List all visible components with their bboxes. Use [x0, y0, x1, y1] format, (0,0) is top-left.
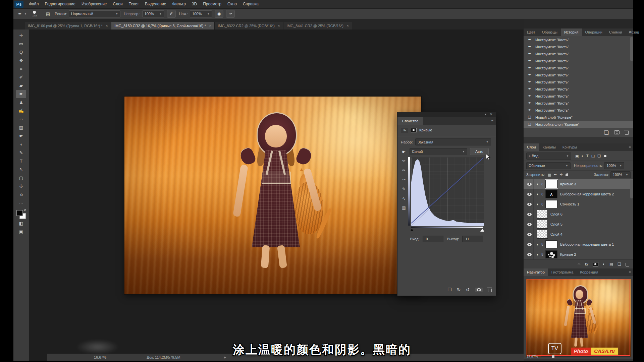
pressure-size-button[interactable]: ✑ — [226, 10, 235, 18]
close-icon[interactable]: ✕ — [278, 24, 280, 27]
smudge-tool[interactable]: ☛ — [16, 132, 26, 140]
layer-visibility-cell[interactable] — [525, 199, 534, 209]
preset-select[interactable]: Заказная ▼ — [415, 138, 491, 145]
new-document-from-state-icon[interactable]: ❏ — [604, 129, 609, 136]
collapse-icons[interactable]: ▾ ✕ — [485, 113, 494, 116]
new-snapshot-icon[interactable] — [614, 130, 620, 134]
curves-histogram-plot[interactable] — [411, 157, 484, 226]
layer-row-4[interactable]: Слой 5 — [524, 219, 633, 229]
properties-panel-header[interactable]: ▾ ✕ — [397, 112, 496, 117]
filter-toggle-icon[interactable] — [604, 155, 606, 157]
history-state-8[interactable]: ✒Инструмент "Кисть" — [524, 93, 633, 100]
add-layer-mask-icon[interactable] — [593, 262, 598, 266]
layer-thumbnail[interactable]: ∧ — [545, 190, 557, 198]
layer-opacity-select[interactable]: 100% ▼ — [604, 162, 624, 169]
layer-filter-select[interactable]: ⌕ Вид ▼ — [526, 153, 571, 160]
channel-select[interactable]: Синий ▼ — [410, 148, 467, 155]
document-tab-3[interactable]: IMG_8441.CR2 @ 25% (RGB/16*)✕ — [283, 22, 352, 29]
lock-all-icon[interactable] — [566, 174, 568, 176]
menu-item-5[interactable]: Выделение — [142, 0, 169, 8]
history-tab-0[interactable]: Цвет — [524, 28, 539, 36]
foreground-color-swatch[interactable] — [16, 210, 23, 216]
lock-position-icon[interactable]: ✛ — [559, 173, 562, 177]
layer-visibility-cell[interactable] — [525, 239, 534, 249]
quick-selection-tool[interactable]: ❖ — [16, 56, 26, 65]
toggle-brush-panel-icon[interactable]: ▤ — [45, 11, 51, 16]
filter-shape-icon[interactable]: ▢ — [591, 154, 595, 158]
layer-row-1[interactable]: ◐8∧Выборочная коррекция цвета 2 — [524, 189, 633, 199]
filter-smart-object-icon[interactable]: ❏ — [597, 154, 601, 158]
layer-row-0[interactable]: ◐8Кривые 3 — [524, 179, 633, 189]
lasso-tool[interactable]: Ϙ — [16, 48, 26, 56]
navigator-tab-0[interactable]: Навигатор — [524, 268, 548, 276]
smooth-curve-icon[interactable]: ∿ — [402, 196, 406, 201]
panel-menu-icon[interactable]: ≡ — [629, 145, 631, 149]
history-state-7[interactable]: ✒Инструмент "Кисть" — [524, 85, 633, 93]
reset-adjustment-icon[interactable]: ↺ — [466, 287, 470, 292]
menu-item-9[interactable]: Окно — [224, 0, 240, 8]
clip-to-layer-icon[interactable]: ❐ — [448, 287, 452, 292]
more-tools[interactable]: ⋯ — [16, 199, 26, 207]
lock-pixels-icon[interactable]: ✒ — [554, 173, 557, 177]
document-tab-1[interactable]: IMG_8159.CR2 @ 16,7% (Кривые 3, Слой-мас… — [111, 22, 215, 29]
layers-tab-0[interactable]: Слои — [524, 143, 539, 151]
layer-visibility-cell[interactable] — [525, 209, 534, 219]
layer-visibility-cell[interactable] — [525, 179, 534, 189]
eyedropper-tool[interactable]: ✐ — [16, 73, 26, 81]
document-tab-2[interactable]: IMG_8322.CR2 @ 25% (RGB/16*)✕ — [215, 22, 283, 29]
menu-item-2[interactable]: Изображение — [78, 0, 110, 8]
clone-stamp-tool[interactable]: ♟ — [16, 98, 26, 107]
filter-adjustment-icon[interactable]: ◐ — [581, 154, 584, 158]
layer-visibility-cell[interactable] — [525, 229, 534, 239]
menu-item-10[interactable]: Справка — [240, 0, 262, 8]
layer-visibility-cell[interactable] — [525, 219, 534, 229]
new-group-icon[interactable]: ▤ — [609, 262, 613, 266]
pen-tool[interactable]: ✎ — [16, 148, 26, 157]
panel-menu-icon[interactable]: ≡ — [629, 30, 631, 34]
panel-menu-icon[interactable]: ≡ — [491, 118, 493, 122]
layer-thumbnail[interactable] — [545, 240, 557, 248]
swap-colors-icon[interactable]: ⇄ — [24, 208, 26, 212]
histogram-toggle-icon[interactable]: ▥ — [402, 205, 406, 210]
history-state-12[interactable]: ❏Настройка слоя "Кривые" — [524, 121, 633, 128]
marquee-tool[interactable]: ▭ — [16, 40, 26, 48]
color-swatches[interactable]: ⇄ — [16, 210, 26, 219]
opacity-select[interactable]: 100% ▼ — [142, 10, 164, 17]
toggle-visibility-tile[interactable] — [475, 288, 483, 292]
layer-row-6[interactable]: ◐8Выборочная коррекция цвета 1 — [524, 239, 633, 249]
menu-item-3[interactable]: Слои — [110, 0, 126, 8]
gray-point-eyedropper-icon[interactable]: ✑ — [402, 168, 406, 173]
path-selection-tool[interactable]: ↖ — [16, 165, 26, 174]
input-value-field[interactable]: 0 — [423, 236, 443, 242]
history-state-0[interactable]: ✒Инструмент "Кисть" — [524, 36, 633, 43]
document-tab-0[interactable]: IMG_8106.psd @ 25% (Группа 1, RGB/16*) *… — [25, 22, 111, 29]
history-state-2[interactable]: ✒Инструмент "Кисть" — [524, 50, 633, 57]
healing-brush-tool[interactable]: ▰ — [16, 81, 26, 90]
move-tool[interactable]: ✛ — [16, 31, 26, 40]
close-icon[interactable]: ✕ — [106, 24, 108, 27]
flow-select[interactable]: 100% ▼ — [190, 10, 212, 17]
layers-tab-1[interactable]: Каналы — [539, 143, 559, 151]
draw-curve-pencil-icon[interactable]: ✎ — [402, 187, 406, 191]
white-point-eyedropper-icon[interactable]: ✑ — [402, 159, 406, 163]
scrollbar[interactable] — [630, 37, 633, 61]
history-tab-3[interactable]: Операции — [582, 28, 606, 36]
history-state-1[interactable]: ✒Инструмент "Кисть" — [524, 43, 633, 50]
view-previous-state-icon[interactable]: ↻ — [457, 287, 461, 292]
layer-thumbnail[interactable] — [545, 200, 557, 208]
delete-layer-icon[interactable] — [626, 263, 629, 266]
crop-tool[interactable]: ⌗ — [16, 65, 26, 73]
history-state-6[interactable]: ✒Инструмент "Кисть" — [524, 78, 633, 85]
layer-thumbnail[interactable] — [545, 180, 557, 188]
history-tab-5[interactable]: Абзац — [626, 28, 643, 36]
brush-tool[interactable]: ✒ — [16, 90, 26, 98]
layer-blend-mode-select[interactable]: Обычные ▼ — [526, 162, 571, 169]
airbrush-button[interactable]: ◉ — [215, 10, 223, 18]
hand-tool[interactable]: ✣ — [16, 182, 26, 190]
history-state-10[interactable]: ✒Инструмент "Кисть" — [524, 107, 633, 114]
close-icon[interactable]: ✕ — [209, 24, 212, 27]
history-state-4[interactable]: ✒Инструмент "Кисть" — [524, 64, 633, 71]
layer-thumbnail[interactable] — [537, 220, 548, 229]
layers-tab-2[interactable]: Контуры — [559, 143, 580, 151]
eraser-tool[interactable]: ▱ — [16, 115, 26, 123]
